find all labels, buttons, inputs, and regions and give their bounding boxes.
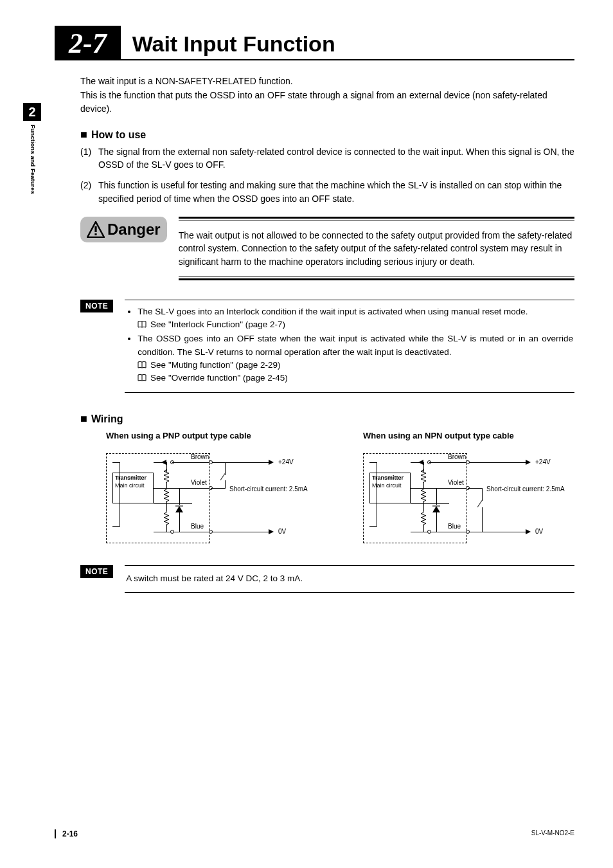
- list-item: (2) This function is useful for testing …: [80, 179, 574, 205]
- warning-triangle-icon: [87, 221, 105, 238]
- short-circuit-label: Short-circuit current: 2.5mA: [229, 485, 308, 493]
- wire-blue-label: Blue: [448, 523, 461, 530]
- svg-rect-1: [94, 226, 96, 232]
- section-number: 2-7: [55, 26, 121, 59]
- svg-rect-2: [94, 233, 96, 235]
- list-number: (1): [80, 145, 98, 172]
- page-number: 2-16: [55, 829, 78, 838]
- svg-line-9: [477, 500, 483, 507]
- list-text: The signal from the external non safety-…: [98, 145, 574, 172]
- how-to-use-heading: ■How to use: [80, 128, 574, 141]
- note-badge: NOTE: [80, 300, 113, 312]
- short-circuit-label: Short-circuit current: 2.5mA: [486, 485, 565, 493]
- zero-v-label: 0V: [535, 528, 543, 535]
- danger-text-frame: The wait output is not allowed to be con…: [179, 217, 574, 280]
- intro-line-1: The wait input is a NON-SAFETY-RELATED f…: [80, 75, 574, 87]
- danger-badge: Danger: [80, 217, 167, 242]
- wire-violet-label: Violet: [191, 479, 207, 486]
- list-text: This function is useful for testing and …: [98, 179, 574, 205]
- wiring-pnp-caption: When using a PNP output type cable: [106, 431, 324, 440]
- note-bullet: The SL-V goes into an Interlock conditio…: [138, 305, 573, 332]
- note-text: The SL-V goes into an Interlock conditio…: [125, 300, 574, 393]
- wiring-diagrams: When using a PNP output type cable Trans…: [106, 431, 574, 550]
- chapter-tab: 2 Functions and Features: [23, 103, 44, 194]
- zero-v-label: 0V: [278, 528, 286, 535]
- page-footer: 2-16 SL-V-M-NO2-E: [55, 829, 574, 838]
- wiring-npn-diagram: Transmitter Main circuit Brown +24V: [363, 447, 569, 550]
- book-icon: [138, 374, 147, 382]
- plus24v-label: +24V: [535, 458, 551, 466]
- section-heading: 2-7 Wait Input Function: [55, 26, 574, 60]
- danger-text: The wait output is not allowed to be con…: [179, 221, 574, 276]
- danger-callout: Danger The wait output is not allowed to…: [80, 217, 574, 280]
- list-item: (1) The signal from the external non saf…: [80, 145, 574, 172]
- square-bullet-icon: ■: [80, 128, 87, 141]
- svg-line-6: [220, 473, 226, 480]
- transmitter-label: Transmitter: [372, 475, 408, 482]
- danger-label: Danger: [107, 221, 161, 239]
- document-id: SL-V-M-NO2-E: [531, 829, 574, 838]
- plus24v-label: +24V: [278, 458, 294, 466]
- note-callout: NOTE The SL-V goes into an Interlock con…: [80, 300, 574, 393]
- wiring-npn-column: When using an NPN output type cable Tran…: [363, 431, 582, 550]
- main-circuit-label: Main circuit: [115, 483, 151, 489]
- cross-ref: See "Interlock Function" (page 2-7): [150, 320, 285, 329]
- chapter-label: Functions and Features: [30, 125, 36, 194]
- chapter-number: 2: [23, 103, 41, 121]
- cross-ref: See "Override function" (page 2-45): [150, 373, 288, 383]
- list-number: (2): [80, 179, 98, 205]
- wire-brown-label: Brown: [191, 453, 209, 460]
- how-to-use-list: (1) The signal from the external non saf…: [80, 145, 574, 205]
- intro-paragraph: The wait input is a NON-SAFETY-RELATED f…: [80, 75, 574, 115]
- main-circuit-label: Main circuit: [372, 483, 408, 489]
- wiring-heading: ■Wiring: [80, 412, 574, 426]
- note-bullet: The OSSD goes into an OFF state when the…: [138, 332, 573, 384]
- note-text: A switch must be rated at 24 V DC, 2 to …: [125, 565, 574, 592]
- wire-blue-label: Blue: [191, 523, 204, 530]
- wire-brown-label: Brown: [448, 453, 466, 460]
- wire-violet-label: Violet: [448, 479, 464, 486]
- wiring-npn-caption: When using an NPN output type cable: [363, 431, 582, 440]
- wiring-pnp-column: When using a PNP output type cable Trans…: [106, 431, 324, 550]
- cross-ref: See "Muting function" (page 2-29): [150, 360, 280, 370]
- transmitter-label: Transmitter: [115, 475, 151, 482]
- square-bullet-icon: ■: [80, 412, 87, 425]
- note-callout: NOTE A switch must be rated at 24 V DC, …: [80, 565, 574, 592]
- section-title: Wait Input Function: [121, 26, 335, 59]
- note-badge: NOTE: [80, 565, 113, 578]
- intro-line-2: This is the function that puts the OSSD …: [80, 89, 574, 115]
- wiring-pnp-diagram: Transmitter Main circuit Brown +24V: [106, 447, 312, 550]
- book-icon: [138, 361, 147, 369]
- book-icon: [138, 321, 147, 329]
